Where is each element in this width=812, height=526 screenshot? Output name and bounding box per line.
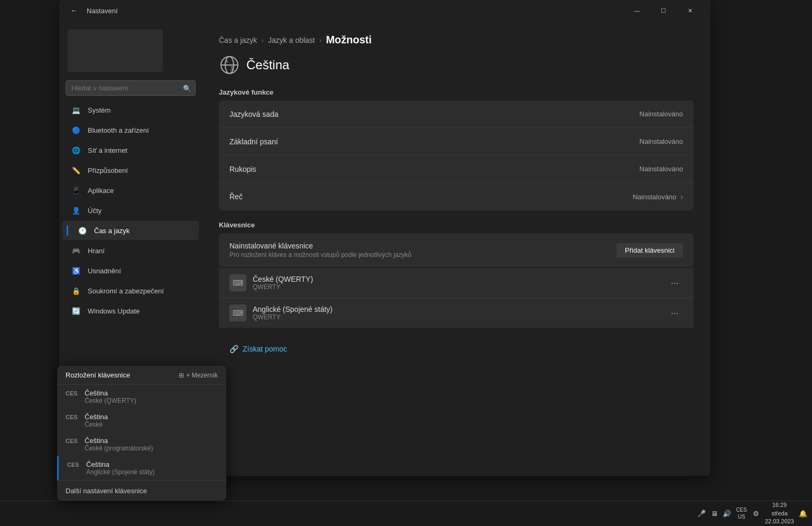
popup-badge-1: CES	[66, 413, 85, 420]
breadcrumb-link-1[interactable]: Čas a jazyk	[219, 36, 257, 44]
sidebar-item-update[interactable]: 🔄 Windows Update	[62, 301, 199, 320]
sidebar-item-label: Hraní	[88, 247, 105, 255]
sidebar-item-label: Přizpůsobení	[88, 167, 128, 174]
page-header: A 文 Čeština	[219, 54, 694, 76]
apps-icon: 📱	[71, 185, 81, 196]
notifications-icon[interactable]: 🔔	[798, 509, 808, 518]
popup-shortcut: ⊞ + Mezerník	[179, 372, 218, 379]
display-icon[interactable]: 🖥	[709, 509, 719, 518]
popup-header: Rozložení klávesnice ⊞ + Mezerník	[57, 366, 226, 384]
keyboard-english-info: Anglické (Spojené státy) QWERTY	[253, 305, 667, 321]
search-input[interactable]	[66, 80, 196, 96]
taskbar-system-icons: 🎤 🖥 🔊	[697, 509, 732, 518]
popup-footer-link[interactable]: Další nastavení klávesnice	[66, 487, 147, 495]
breadcrumb-current: Možnosti	[326, 34, 372, 46]
zakladni-psani-value: Nainstalováno	[640, 137, 683, 145]
language-functions-section: Jazykové funkce Jazyková sada Nainstalov…	[219, 88, 694, 210]
popup-title: Rozložení klávesnice	[66, 371, 130, 379]
sidebar-item-label: Usnadnění	[88, 267, 121, 275]
sidebar-item-network[interactable]: 🌐 Síť a internet	[62, 141, 199, 160]
bluetooth-icon: 🔵	[71, 125, 81, 135]
popup-item-3[interactable]: CES Čeština Anglické (Spojené státy)	[57, 456, 226, 480]
popup-badge-3: CES	[67, 460, 86, 468]
popup-item-1[interactable]: CES Čeština České	[57, 409, 226, 432]
sidebar-item-label: Aplikace	[88, 187, 114, 195]
rec-row[interactable]: Řeč Nainstalováno ›	[219, 183, 694, 210]
sidebar-item-gaming[interactable]: 🎮 Hraní	[62, 241, 199, 260]
keyboard-item-english[interactable]: ⌨ Anglické (Spojené státy) QWERTY ···	[219, 298, 694, 328]
sidebar-item-personalize[interactable]: ✏️ Přizpůsobení	[62, 161, 199, 180]
keyboard-english-menu-button[interactable]: ···	[667, 306, 683, 321]
system-icon: 💻	[71, 105, 81, 115]
settings-taskbar-icon[interactable]: ⚙	[751, 509, 761, 518]
installed-keyboards-card: Nainstalované klávesnice Pro rozložení k…	[219, 233, 694, 267]
gaming-icon: 🎮	[71, 245, 81, 256]
popup-item-2[interactable]: CES Čeština České (programátorské)	[57, 432, 226, 456]
popup-sub-0: České (QWERTY)	[85, 397, 136, 404]
sidebar-item-accessibility[interactable]: ♿ Usnadnění	[62, 261, 199, 280]
popup-text-3: Čeština Anglické (Spojené státy)	[86, 460, 154, 476]
sidebar-item-accounts[interactable]: 👤 Účty	[62, 201, 199, 220]
popup-footer: Další nastavení klávesnice	[57, 480, 226, 501]
breadcrumb: Čas a jazyk › Jazyk a oblast › Možnosti	[219, 34, 694, 46]
popup-item-0[interactable]: CES Čeština České (QWERTY)	[57, 385, 226, 409]
language-icon: A 文	[220, 56, 239, 75]
keyboard-czech-icon: ⌨	[229, 274, 246, 291]
sidebar-item-bluetooth[interactable]: 🔵 Bluetooth a zařízení	[62, 121, 199, 140]
sidebar-item-label: Systém	[88, 106, 110, 114]
keyboard-section: Klávesnice Nainstalované klávesnice Pro …	[219, 221, 694, 328]
sidebar-item-apps[interactable]: 📱 Aplikace	[62, 181, 199, 200]
keyboard-czech-name: České (QWERTY)	[253, 275, 667, 283]
keyboard-item-czech[interactable]: ⌨ České (QWERTY) QWERTY ···	[219, 268, 694, 298]
lang-top: CES	[736, 506, 747, 513]
breadcrumb-sep-1: ›	[261, 36, 264, 44]
jazykova-sada-label: Jazyková sada	[229, 110, 279, 118]
sidebar-item-time[interactable]: 🕐 Čas a jazyk	[62, 221, 199, 240]
minimize-button[interactable]: —	[625, 2, 649, 19]
popup-text-0: Čeština České (QWERTY)	[85, 389, 136, 404]
installed-keyboards-desc: Pro rozložení kláves a možnosti vstupů p…	[229, 251, 411, 259]
breadcrumb-link-2[interactable]: Jazyk a oblast	[268, 36, 315, 44]
sidebar-item-label: Soukromí a zabezpečení	[88, 287, 164, 295]
rukopis-row[interactable]: Rukopis Nainstalováno	[219, 155, 694, 183]
language-functions-title: Jazykové funkce	[219, 88, 694, 96]
privacy-icon: 🔒	[71, 285, 81, 296]
keyboard-english-icon: ⌨	[229, 304, 246, 321]
back-button[interactable]: ←	[68, 4, 80, 17]
search-icon: 🔍	[183, 84, 191, 92]
personalize-icon: ✏️	[71, 165, 81, 176]
popup-sub-3: Anglické (Spojené státy)	[86, 468, 154, 476]
taskbar-clock[interactable]: 16:29 středa 22.03.2023	[765, 501, 794, 525]
sidebar-item-label: Bluetooth a zařízení	[88, 126, 149, 134]
keyboard-header: Nainstalované klávesnice Pro rozložení k…	[229, 242, 683, 259]
title-bar: ← Nastavení — ☐ ✕	[59, 0, 710, 21]
windows-icon: ⊞	[179, 372, 184, 379]
volume-icon[interactable]: 🔊	[722, 509, 732, 518]
time-icon: 🕐	[77, 225, 88, 236]
jazykova-sada-value: Nainstalováno	[640, 110, 683, 118]
maximize-button[interactable]: ☐	[651, 2, 676, 19]
sidebar-item-label: Síť a internet	[88, 146, 127, 154]
popup-sub-2: České (programátorské)	[85, 445, 153, 452]
zakladni-psani-row[interactable]: Základní psaní Nainstalováno	[219, 128, 694, 155]
sidebar-item-system[interactable]: 💻 Systém	[62, 100, 199, 119]
user-avatar	[68, 30, 163, 72]
help-link[interactable]: 🔗 Získat pomoc	[219, 338, 694, 359]
zakladni-psani-label: Základní psaní	[229, 137, 278, 146]
title-bar-left: ← Nastavení	[68, 4, 118, 17]
jazykova-sada-row[interactable]: Jazyková sada Nainstalováno	[219, 100, 694, 128]
accounts-icon: 👤	[71, 205, 81, 216]
popup-name-2: Čeština	[85, 437, 153, 445]
sidebar-item-privacy[interactable]: 🔒 Soukromí a zabezpečení	[62, 281, 199, 300]
main-content: Čas a jazyk › Jazyk a oblast › Možnosti …	[202, 21, 710, 476]
keyboard-czech-menu-button[interactable]: ···	[667, 275, 683, 291]
microphone-icon[interactable]: 🎤	[697, 509, 706, 518]
keyboard-english-name: Anglické (Spojené státy)	[253, 305, 667, 313]
sidebar-item-label: Windows Update	[88, 307, 140, 315]
add-keyboard-button[interactable]: Přidat klávesnici	[616, 243, 683, 257]
language-indicator[interactable]: CES US	[736, 506, 747, 520]
help-icon: 🔗	[229, 345, 238, 353]
keyboard-section-title: Klávesnice	[219, 221, 694, 229]
rukopis-value: Nainstalováno	[640, 165, 683, 173]
close-button[interactable]: ✕	[678, 2, 702, 19]
